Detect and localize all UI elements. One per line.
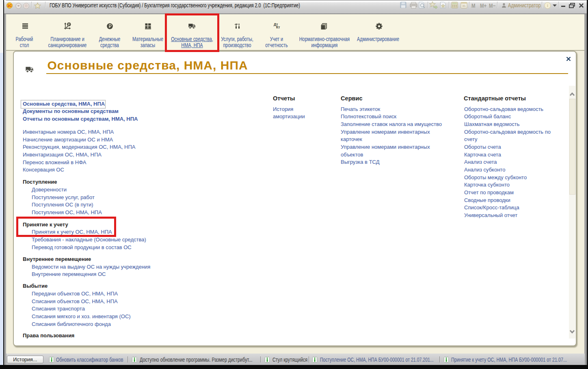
svg-text:31: 31 — [462, 4, 466, 8]
svg-text:i: i — [547, 3, 548, 8]
svg-text:1С: 1С — [7, 4, 12, 8]
